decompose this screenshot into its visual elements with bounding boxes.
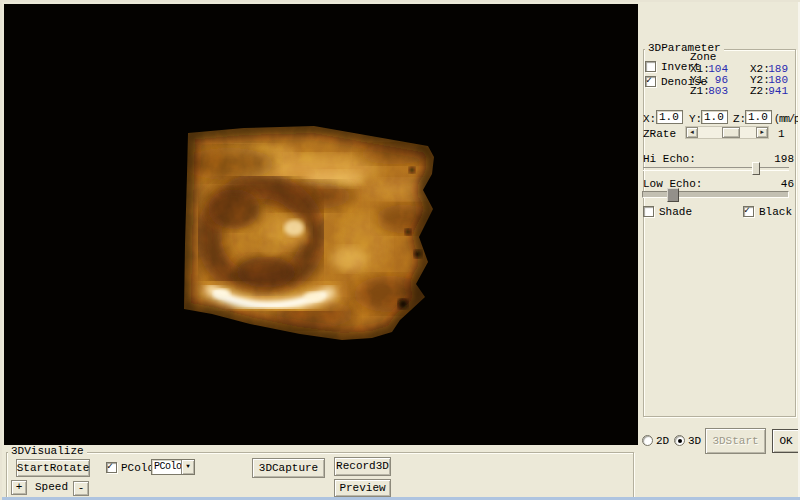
speed-label: Speed xyxy=(35,482,68,493)
radio-3d[interactable] xyxy=(674,435,685,446)
parameter-groupbox xyxy=(643,49,796,417)
scale-y-input[interactable] xyxy=(701,110,728,124)
low-echo-slider-thumb[interactable] xyxy=(667,188,679,202)
app-window: 3DParameter Invert ✓ Denoise Zone X1: 10… xyxy=(0,0,800,500)
hi-echo-value: 198 xyxy=(770,154,794,165)
zone-z1-label: Z1: xyxy=(690,86,710,97)
radio-2d[interactable] xyxy=(642,435,653,446)
zone-z2-label: Z2: xyxy=(750,86,770,97)
start-rotate-button[interactable]: StartRotate xyxy=(16,459,90,477)
render-viewport xyxy=(4,4,638,445)
low-echo-value: 46 xyxy=(770,179,794,190)
ultrasound-3d-render[interactable] xyxy=(4,4,638,445)
scale-unit-label: (mm/p) xyxy=(774,114,800,125)
black-checkbox[interactable]: ✓ xyxy=(743,206,754,217)
zrate-scrollbar[interactable]: ◄ ► xyxy=(685,126,769,139)
3dcapture-button[interactable]: 3DCapture xyxy=(252,458,325,478)
zone-z2-value: 941 xyxy=(768,86,788,97)
preview-button[interactable]: Preview xyxy=(334,479,391,497)
check-icon: ✓ xyxy=(646,75,652,86)
scale-z-input[interactable] xyxy=(745,110,772,124)
shade-label[interactable]: Shade xyxy=(659,207,692,218)
zrate-label: ZRate xyxy=(643,129,676,140)
zone-title: Zone xyxy=(690,52,716,63)
speed-minus-button[interactable]: - xyxy=(73,481,89,496)
record3d-button[interactable]: Record3D xyxy=(334,457,391,476)
pcolor-dropdown[interactable]: PColor ▼ xyxy=(151,459,195,475)
zrate-value: 1 xyxy=(778,129,785,140)
invert-checkbox[interactable] xyxy=(645,61,656,72)
dropdown-arrow-icon[interactable]: ▼ xyxy=(181,460,194,474)
shade-checkbox[interactable] xyxy=(643,206,654,217)
pcolor-checkbox[interactable]: ✓ xyxy=(106,462,117,473)
zrate-scroll-left-icon[interactable]: ◄ xyxy=(686,127,698,138)
radio-2d-label[interactable]: 2D xyxy=(656,436,669,447)
check-icon: ✓ xyxy=(744,205,750,216)
scale-x-label: X: xyxy=(643,114,656,125)
hi-echo-label: Hi Echo: xyxy=(643,154,696,165)
visualize-group-title: 3DVisualize xyxy=(8,446,87,457)
low-echo-slider-track[interactable] xyxy=(642,191,789,198)
denoise-checkbox[interactable]: ✓ xyxy=(645,76,656,87)
hi-echo-slider-thumb[interactable] xyxy=(752,162,760,175)
zrate-scrollbar-thumb[interactable] xyxy=(722,127,740,138)
radio-dot xyxy=(678,439,682,443)
check-icon: ✓ xyxy=(107,461,113,472)
black-label[interactable]: Black xyxy=(759,207,792,218)
zone-z1-value: 803 xyxy=(708,86,728,97)
scale-x-input[interactable] xyxy=(656,110,683,124)
radio-3d-label[interactable]: 3D xyxy=(688,436,701,447)
ok-button[interactable]: OK xyxy=(772,429,800,453)
3dstart-button[interactable]: 3DStart xyxy=(705,428,766,454)
hi-echo-slider-track[interactable] xyxy=(643,167,789,171)
zrate-scroll-right-icon[interactable]: ► xyxy=(756,127,768,138)
speed-plus-button[interactable]: + xyxy=(11,480,27,495)
